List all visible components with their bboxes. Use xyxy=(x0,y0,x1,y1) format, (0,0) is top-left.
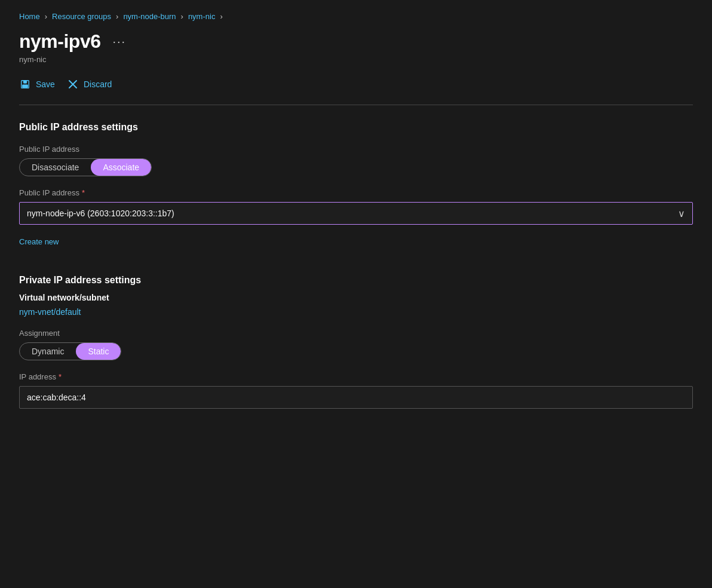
public-ip-selected-value: nym-node-ip-v6 (2603:1020:203:3::1b7) xyxy=(27,209,174,218)
breadcrumb-resource-groups[interactable]: Resource groups xyxy=(52,12,111,21)
save-icon xyxy=(19,78,31,90)
public-ip-address-label: Public IP address* xyxy=(19,188,693,197)
breadcrumb-sep-4: › xyxy=(220,12,222,21)
discard-label: Discard xyxy=(84,79,112,89)
breadcrumb-sep-2: › xyxy=(116,12,118,21)
ip-address-label: IP address* xyxy=(19,372,693,381)
assignment-label: Assignment xyxy=(19,329,693,338)
toolbar-divider xyxy=(19,105,693,105)
page-title: nym-ipv6 xyxy=(19,30,100,53)
public-ip-section-heading: Public IP address settings xyxy=(19,122,693,133)
breadcrumb-nym-nic[interactable]: nym-nic xyxy=(188,12,216,21)
public-ip-dropdown-container: nym-node-ip-v6 (2603:1020:203:3::1b7) ∨ xyxy=(19,202,693,225)
disassociate-toggle[interactable]: Disassociate xyxy=(20,159,91,176)
public-ip-dropdown[interactable]: nym-node-ip-v6 (2603:1020:203:3::1b7) ∨ xyxy=(19,202,693,225)
breadcrumb-sep-3: › xyxy=(181,12,183,21)
dynamic-toggle[interactable]: Dynamic xyxy=(20,343,76,360)
required-indicator: * xyxy=(82,188,85,197)
public-ip-toggle-label: Public IP address xyxy=(19,145,693,154)
svg-rect-1 xyxy=(23,81,26,84)
breadcrumb-nym-node-burn[interactable]: nym-node-burn xyxy=(123,12,176,21)
page-subtitle: nym-nic xyxy=(19,55,693,64)
create-new-link[interactable]: Create new xyxy=(19,237,59,246)
title-area: nym-ipv6 ··· xyxy=(19,30,693,53)
ip-address-input[interactable] xyxy=(19,386,693,409)
discard-icon xyxy=(67,78,79,90)
svg-rect-2 xyxy=(23,85,28,88)
save-label: Save xyxy=(36,79,55,89)
static-toggle[interactable]: Static xyxy=(76,343,121,360)
dropdown-chevron-icon: ∨ xyxy=(678,208,685,219)
breadcrumb-sep-1: › xyxy=(45,12,47,21)
ip-address-field: IP address* xyxy=(19,372,693,409)
public-ip-address-field: Public IP address* nym-node-ip-v6 (2603:… xyxy=(19,188,693,225)
more-options-button[interactable]: ··· xyxy=(108,32,131,51)
private-ip-section: Private IP address settings Virtual netw… xyxy=(19,275,693,409)
save-button[interactable]: Save xyxy=(19,76,55,93)
toolbar: Save Discard xyxy=(19,76,693,93)
vnet-link[interactable]: nym-vnet/default xyxy=(19,307,81,317)
assignment-toggle-group: Dynamic Static xyxy=(19,342,121,360)
breadcrumb-home[interactable]: Home xyxy=(19,12,40,21)
private-ip-section-heading: Private IP address settings xyxy=(19,275,693,286)
ip-required-indicator: * xyxy=(59,372,62,381)
vnet-label: Virtual network/subnet xyxy=(19,293,693,302)
public-ip-toggle-group: Disassociate Associate xyxy=(19,158,152,176)
discard-button[interactable]: Discard xyxy=(67,76,112,93)
page-container: Home › Resource groups › nym-node-burn ›… xyxy=(0,0,712,445)
breadcrumb: Home › Resource groups › nym-node-burn ›… xyxy=(19,12,693,21)
associate-toggle[interactable]: Associate xyxy=(91,159,151,176)
public-ip-section: Public IP address settings Public IP add… xyxy=(19,122,693,263)
